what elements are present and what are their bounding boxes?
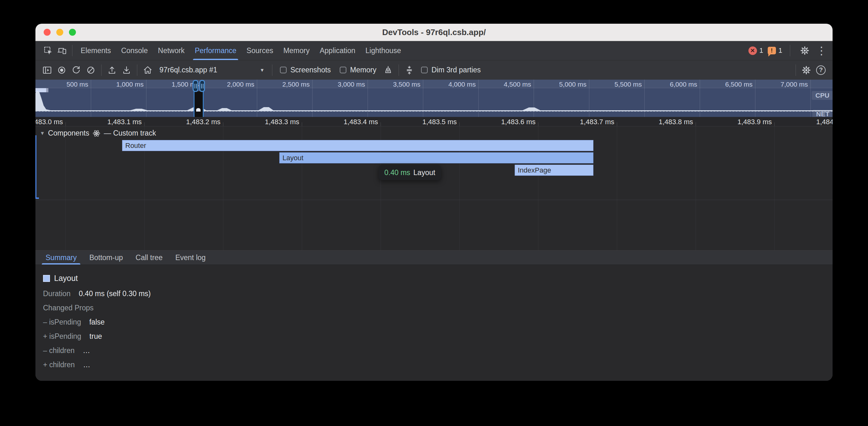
settings-gear-icon[interactable] — [798, 44, 812, 58]
summary-row: Changed Props — [43, 304, 833, 312]
help-icon[interactable]: ? — [814, 63, 828, 77]
warning-badge[interactable]: ! 1 — [768, 46, 782, 55]
track-selection-indicator-foot — [35, 198, 39, 199]
target-selector[interactable]: 97r6ql.csb.app #1 ▼ — [155, 63, 269, 77]
flame-event-indexpage[interactable]: IndexPage — [515, 165, 593, 176]
ruler-label: 1,483.5 ms — [394, 118, 457, 126]
ruler-label: 1,483.4 ms — [315, 118, 378, 126]
error-count: 1 — [760, 46, 763, 55]
summary-row: + children… — [43, 361, 833, 368]
tab-event-log[interactable]: Event log — [169, 251, 212, 264]
tab-network[interactable]: Network — [158, 41, 184, 60]
tab-bottom-up[interactable]: Bottom-up — [83, 251, 129, 264]
overview-tick-label: 5,500 ms — [588, 80, 642, 88]
upload-profile-icon[interactable] — [105, 63, 119, 77]
selection-left-edge[interactable] — [194, 91, 194, 117]
divider — [101, 64, 101, 76]
ruler-label: 1,483.3 ms — [236, 118, 299, 126]
error-icon: ✕ — [748, 46, 757, 55]
reload-record-icon[interactable] — [69, 63, 84, 77]
devtools-tabbar: Elements Console Network Performance Sou… — [35, 41, 833, 60]
summary-row: – children… — [43, 347, 833, 354]
overview-tick-label: 3,500 ms — [367, 80, 421, 88]
selection-window[interactable] — [194, 91, 203, 117]
summary-row: Duration0.40 ms (self 0.30 ms) — [43, 290, 833, 297]
tab-summary[interactable]: Summary — [39, 251, 83, 264]
checkbox-box — [421, 67, 428, 73]
grip-line — [203, 84, 204, 89]
warning-icon: ! — [768, 47, 776, 54]
divider — [399, 64, 399, 76]
ruler-label: 1,484.0 ms — [787, 118, 833, 126]
flame-event-layout[interactable]: Layout — [279, 152, 593, 163]
ruler-tick — [695, 122, 696, 126]
more-options-icon[interactable]: ⋮ — [816, 44, 827, 58]
screenshots-checkbox[interactable]: Screenshots — [280, 66, 331, 74]
tab-memory[interactable]: Memory — [283, 41, 310, 60]
overview-tick-label: 1,000 ms — [90, 80, 144, 88]
target-label: 97r6ql.csb.app #1 — [159, 66, 217, 74]
flame-event-router[interactable]: Router — [122, 140, 593, 151]
timeline-ruler[interactable]: 1,483.0 ms 1,483.1 ms 1,483.2 ms 1,483.3… — [35, 117, 833, 126]
titlebar: DevTools - 97r6ql.csb.app/ — [35, 24, 833, 41]
selection-right-handle[interactable] — [199, 80, 205, 92]
summary-row: + isPendingtrue — [43, 332, 833, 340]
toggle-sidebar-icon[interactable] — [40, 63, 54, 77]
checkbox-box — [340, 67, 346, 73]
cpu-activity-sparkline — [35, 89, 833, 111]
track-separator — [35, 200, 833, 200]
dim-3rd-parties-checkbox[interactable]: Dim 3rd parties — [421, 66, 481, 74]
ruler-tick — [459, 122, 460, 126]
divider — [796, 64, 796, 76]
ruler-label: 1,483.6 ms — [472, 118, 535, 126]
inspect-element-icon[interactable] — [41, 44, 55, 58]
cpu-net-divider — [35, 111, 833, 111]
ruler-label: 1,483.7 ms — [551, 118, 614, 126]
tab-elements[interactable]: Elements — [81, 41, 111, 60]
chevron-down-icon: ▼ — [260, 67, 265, 73]
warning-count: 1 — [778, 46, 782, 55]
timeline-overview[interactable]: 500 ms 1,000 ms 1,500 ms 2,000 ms 2,500 … — [35, 79, 833, 117]
ruler-tick — [538, 122, 538, 126]
overview-tick-label: 4,500 ms — [477, 80, 531, 88]
overview-tick-label: 2,500 ms — [256, 80, 310, 88]
ruler-tick — [302, 122, 302, 126]
ruler-tick — [65, 122, 66, 126]
divider — [72, 45, 72, 56]
memory-checkbox[interactable]: Memory — [340, 66, 376, 74]
clear-icon[interactable] — [84, 63, 98, 77]
collapse-triangle-icon: ▼ — [40, 131, 45, 136]
error-badge[interactable]: ✕ 1 — [748, 46, 763, 55]
tab-application[interactable]: Application — [320, 41, 355, 60]
ruler-label: 1,483.2 ms — [157, 118, 220, 126]
overview-tick-label: 2,000 ms — [200, 80, 254, 88]
tab-sources[interactable]: Sources — [246, 41, 273, 60]
tab-performance[interactable]: Performance — [195, 41, 237, 60]
collect-garbage-icon[interactable] — [381, 63, 395, 77]
tab-lighthouse[interactable]: Lighthouse — [365, 41, 401, 60]
react-atom-icon — [92, 129, 101, 137]
ruler-label: 1,483.9 ms — [709, 118, 772, 126]
divider — [272, 64, 272, 76]
track-subtitle: — Custom track — [104, 129, 156, 137]
home-icon[interactable] — [141, 63, 155, 77]
cpu-lane-label: CPU — [812, 91, 833, 100]
tab-console[interactable]: Console — [121, 41, 148, 60]
track-header-components[interactable]: ▼ Components — Custom track — [40, 129, 156, 137]
download-profile-icon[interactable] — [119, 63, 134, 77]
tab-call-tree[interactable]: Call tree — [129, 251, 169, 264]
gridline — [65, 126, 66, 250]
collapse-sections-icon[interactable] — [402, 63, 416, 77]
selection-right-edge[interactable] — [203, 91, 204, 117]
gridline — [617, 126, 617, 250]
capture-settings-gear-icon[interactable] — [799, 63, 814, 77]
device-toolbar-icon[interactable] — [55, 44, 69, 58]
summary-event-name: Layout — [54, 274, 78, 283]
overview-tick-label: 7,000 ms — [754, 80, 808, 88]
overview-tick-label: 500 ms — [35, 80, 88, 88]
selection-left-handle[interactable] — [193, 80, 198, 92]
flame-chart[interactable]: ▼ Components — Custom track Router Layou… — [35, 126, 833, 251]
ruler-tick — [144, 122, 145, 126]
record-icon[interactable] — [54, 63, 69, 77]
checkbox-box — [280, 67, 287, 73]
